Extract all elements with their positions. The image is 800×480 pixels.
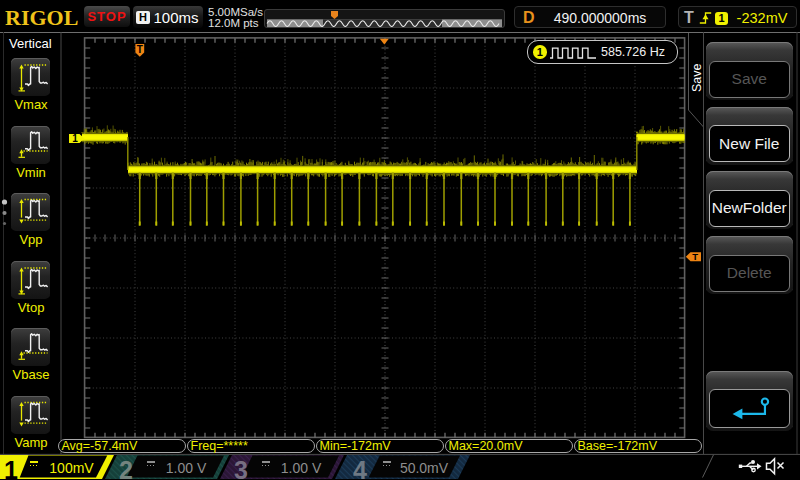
- svg-text:T: T: [137, 44, 143, 55]
- svg-text:T: T: [692, 251, 698, 262]
- svg-text:1: 1: [72, 133, 78, 144]
- svg-text:Save: Save: [690, 63, 704, 92]
